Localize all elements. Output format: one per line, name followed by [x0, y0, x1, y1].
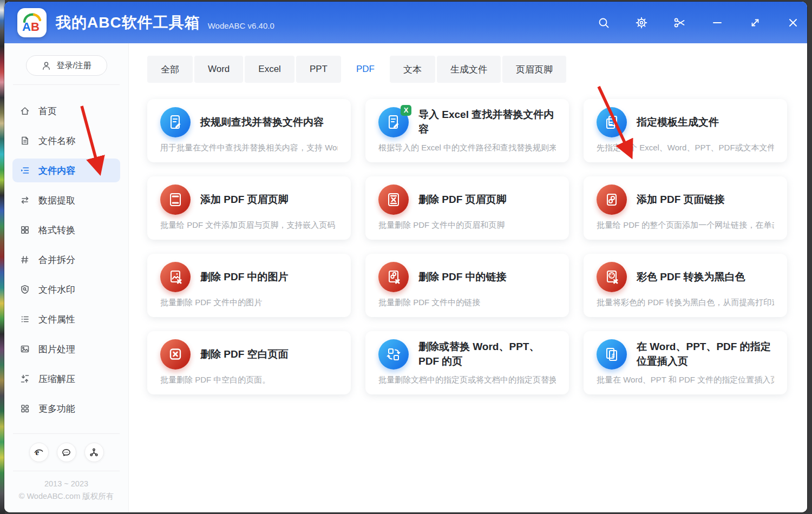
- app-window: A B 我的ABC软件工具箱 WodeABC v6.40.0: [4, 2, 807, 512]
- card-insert-pages[interactable]: # 在 Word、PPT、PDF 的指定位置插入页 批量在 Word、PPT 和…: [584, 331, 787, 394]
- sidebar-item-file-name[interactable]: 文件名称: [12, 129, 120, 153]
- image-process-icon: [19, 344, 30, 354]
- doc-edit-excel-icon: X: [378, 107, 409, 137]
- file-name-icon: [19, 135, 30, 146]
- card-desc: 批量在 Word、PPT 和 PDF 文件的指定位置插入页。: [597, 375, 774, 385]
- format-convert-icon: [19, 225, 30, 235]
- card-desc: 先指定一个 Excel、Word、PPT、PDF或文本文件作: [597, 143, 774, 153]
- copyright-owner: © WodeABC.com 版权所有: [4, 490, 128, 503]
- card-title: 在 Word、PPT、PDF 的指定位置插入页: [637, 339, 774, 368]
- titlebar: A B 我的ABC软件工具箱 WodeABC v6.40.0: [4, 2, 807, 43]
- card-delete-pdf-images[interactable]: 删除 PDF 中的图片 批量删除 PDF 文件中的图片: [147, 254, 351, 317]
- sidebar-item-file-content[interactable]: 文件内容: [12, 159, 120, 182]
- maximize-icon[interactable]: [749, 16, 762, 29]
- sidebar-nav: 首页 文件名称 文件内容: [4, 85, 128, 426]
- settings-gear-icon[interactable]: [635, 16, 648, 29]
- titlebar-actions: [597, 16, 800, 29]
- header-footer-icon: [160, 184, 191, 215]
- card-desc: 用于批量在文件中查找并替换相关内容，支持 Word: [160, 143, 338, 153]
- tab-excel[interactable]: Excel: [245, 56, 294, 83]
- sidebar-item-data-extract[interactable]: 数据提取: [12, 188, 120, 212]
- sidebar-item-label: 首页: [38, 105, 57, 117]
- sidebar-item-label: 文件属性: [38, 313, 75, 326]
- page-insert-icon: #: [597, 339, 627, 370]
- card-add-pdf-page-link[interactable]: 添加 PDF 页面链接 批量给 PDF 的整个页面添加一个网址链接，在单击: [584, 176, 787, 240]
- card-delete-pdf-links[interactable]: 删除 PDF 中的链接 批量删除 PDF 文件中的链接: [365, 254, 569, 317]
- watermark-icon: [19, 284, 30, 295]
- card-desc: 批量删除 PDF 文件中的链接: [378, 298, 556, 308]
- card-add-pdf-header-footer[interactable]: 添加 PDF 页眉页脚 批量给 PDF 文件添加页眉与页脚，支持嵌入页码: [147, 176, 351, 240]
- header-footer-delete-icon: [378, 184, 409, 215]
- sidebar-item-file-props[interactable]: 文件属性: [12, 307, 120, 331]
- page-swap-icon: [378, 339, 409, 370]
- sidebar-item-label: 图片处理: [38, 343, 75, 355]
- card-desc: 根据导入的 Excel 中的文件路径和查找替换规则来批: [378, 143, 556, 153]
- card-find-replace-by-rule[interactable]: 按规则查找并替换文件内容 用于批量在文件中查找并替换相关内容，支持 Word: [147, 99, 351, 162]
- app-title: 我的ABC软件工具箱: [56, 12, 200, 33]
- main-content: 全部 Word Excel PPT PDF 文本 生成文件 页眉页脚: [129, 43, 807, 512]
- sidebar-item-compress[interactable]: 压缩解压: [12, 367, 120, 391]
- tab-text[interactable]: 文本: [390, 56, 435, 83]
- sidebar-item-label: 压缩解压: [38, 373, 75, 385]
- tab-pdf[interactable]: PDF: [343, 56, 388, 83]
- card-desc: 批量删除 PDF 文件中的页眉和页脚: [378, 220, 556, 230]
- feature-card-grid: 按规则查找并替换文件内容 用于批量在文件中查找并替换相关内容，支持 Word: [147, 99, 807, 394]
- card-title: 添加 PDF 页眉页脚: [200, 192, 289, 207]
- svg-text:A: A: [22, 20, 31, 34]
- card-delete-replace-pages[interactable]: 删除或替换 Word、PPT、PDF 的页 批量删除文档中的指定页或将文档中的指…: [365, 331, 569, 394]
- sidebar-footer: e: [4, 433, 128, 512]
- card-delete-pdf-header-footer[interactable]: 删除 PDF 页眉页脚 批量删除 PDF 文件中的页眉和页脚: [365, 176, 569, 240]
- chat-icon[interactable]: [57, 443, 76, 462]
- card-template-generate[interactable]: 指定模板生成文件 先指定一个 Excel、Word、PPT、PDF或文本文件作: [584, 99, 787, 162]
- file-props-icon: [19, 314, 30, 325]
- sidebar-item-format-convert[interactable]: 格式转换: [12, 218, 120, 242]
- card-color-pdf-to-bw[interactable]: 彩色 PDF 转换为黑白色 批量将彩色的 PDF 转换为黑白色，从而提高打印速: [584, 254, 787, 317]
- tab-header-footer[interactable]: 页眉页脚: [502, 56, 566, 83]
- more-features-icon: [19, 403, 30, 414]
- card-desc: 批量删除 PDF 文件中的图片: [160, 298, 338, 308]
- tab-all[interactable]: 全部: [147, 56, 193, 83]
- tab-generate-file[interactable]: 生成文件: [437, 56, 501, 83]
- sidebar-item-merge-split[interactable]: 合并拆分: [12, 248, 120, 272]
- search-icon[interactable]: [597, 16, 610, 29]
- data-extract-icon: [19, 195, 30, 206]
- close-icon[interactable]: [787, 16, 800, 29]
- card-title: 删除 PDF 页眉页脚: [418, 192, 507, 207]
- sidebar: 登录/注册 首页 文件名称: [4, 43, 129, 512]
- app-version: WodeABC v6.40.0: [208, 21, 274, 30]
- doc-layers-icon: [597, 107, 627, 137]
- svg-text:#: #: [612, 352, 615, 358]
- scissors-icon[interactable]: [673, 16, 686, 29]
- doc-edit-icon: [160, 107, 191, 137]
- minimize-icon[interactable]: [711, 16, 724, 29]
- card-delete-pdf-blank-pages[interactable]: 删除 PDF 空白页面 批量删除 PDF 中空白的页面。: [147, 331, 351, 394]
- browser-icon[interactable]: e: [29, 443, 49, 462]
- tab-ppt[interactable]: PPT: [296, 56, 341, 83]
- sidebar-item-label: 文件水印: [38, 284, 75, 296]
- user-icon: [41, 61, 51, 71]
- sidebar-item-watermark[interactable]: 文件水印: [12, 278, 120, 301]
- card-title: 导入 Excel 查找并替换文件内容: [418, 107, 556, 136]
- sidebar-item-image-process[interactable]: 图片处理: [12, 337, 120, 361]
- sidebar-item-home[interactable]: 首页: [12, 99, 120, 123]
- card-excel-find-replace[interactable]: X 导入 Excel 查找并替换文件内容 根据导入的 Excel 中的文件路径和…: [365, 99, 569, 162]
- card-title: 删除 PDF 空白页面: [200, 347, 289, 361]
- card-title: 添加 PDF 页面链接: [637, 192, 725, 207]
- sidebar-item-label: 格式转换: [38, 224, 75, 236]
- svg-text:e: e: [36, 448, 40, 457]
- card-title: 指定模板生成文件: [637, 115, 719, 129]
- sidebar-item-label: 更多功能: [38, 403, 75, 415]
- sidebar-item-label: 数据提取: [38, 194, 75, 207]
- abc-logo-icon: A B: [20, 11, 44, 35]
- card-desc: 批量删除 PDF 中空白的页面。: [160, 375, 338, 385]
- home-icon: [19, 106, 30, 116]
- compress-icon: [19, 373, 30, 384]
- sidebar-item-more-features[interactable]: 更多功能: [12, 397, 120, 420]
- file-content-icon: [19, 165, 30, 176]
- svg-text:B: B: [31, 20, 40, 34]
- login-register-button[interactable]: 登录/注册: [26, 55, 107, 76]
- share-icon[interactable]: [84, 443, 104, 462]
- login-register-label: 登录/注册: [56, 61, 91, 71]
- tab-word[interactable]: Word: [194, 56, 243, 83]
- merge-split-icon: [19, 254, 30, 265]
